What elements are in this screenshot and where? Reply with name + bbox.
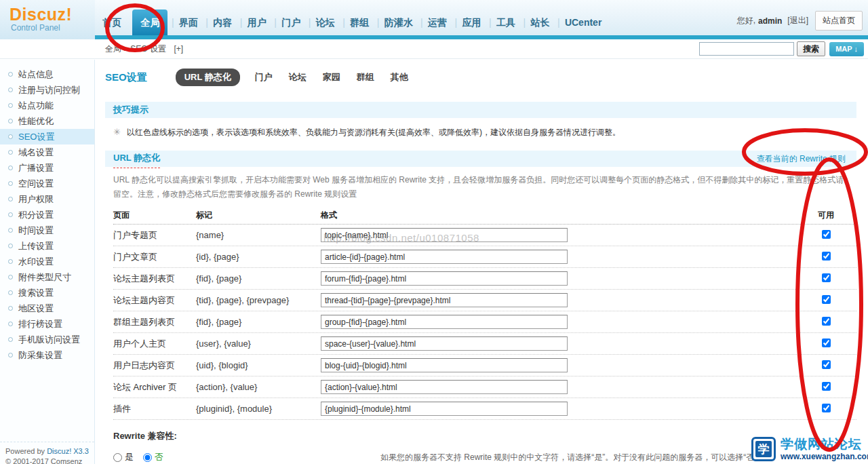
section-title[interactable]: URL 静态化 [113,150,160,168]
breadcrumb: 全局 » SEO 设置 [+] [105,39,183,58]
nav-item-forum[interactable]: 论坛 [310,9,341,35]
compat-no-label[interactable]: 否 [155,451,163,463]
app-logo[interactable]: Discuz! Control Panel [0,0,95,39]
format-input[interactable] [321,228,568,242]
compat-no-radio[interactable] [143,453,152,462]
sidebar-item-district[interactable]: 地区设置 [0,301,94,316]
format-input[interactable] [321,380,568,394]
breadcrumb-path[interactable]: 全局 » SEO 设置 [105,44,166,54]
col-header-tags: 标记 [196,210,321,221]
sidebar-menu: 站点信息 注册与访问控制 站点功能 性能优化 SEO设置 域名设置 广播设置 空… [0,60,94,363]
format-input[interactable] [321,336,568,351]
xue-logo-char: 学 [755,441,772,457]
badge-title: 学做网站论坛 [781,437,868,452]
nav-item-webmaster[interactable]: 站长 [524,9,555,35]
nav-item-tools[interactable]: 工具 [490,9,521,35]
tab-portal[interactable]: 门户 [255,71,273,83]
enabled-checkbox[interactable] [822,252,831,260]
sidebar-item-ranking[interactable]: 排行榜设置 [0,316,94,332]
copyright-line: © 2001-2017 Comsenz Inc. [5,457,94,464]
nav-item-content[interactable]: 内容 [207,9,238,35]
sidebar-item-time[interactable]: 时间设置 [0,223,94,238]
format-input[interactable] [321,293,568,307]
page-name: 门户专题页 [113,229,196,241]
sidebar-item-performance[interactable]: 性能优化 [0,113,94,129]
powered-by-text: Powered by [5,447,47,455]
search-area: 搜索 MAP ↓ [699,41,864,56]
sidebar-item-register-access[interactable]: 注册与访问控制 [0,82,94,98]
tags-value: {action}, {value} [196,382,321,392]
app-header: Discuz! Control Panel 首页 全局 界面 内容 用户 门户 … [0,0,868,39]
discuz-version-link[interactable]: Discuz! X3.3 [47,447,89,455]
sidebar-item-search[interactable]: 搜索设置 [0,285,94,301]
page-name: 门户文章页 [113,251,196,263]
site-badge: 学 学做网站论坛 www.xuewangzhan.com [751,437,868,462]
sidebar-item-user-permissions[interactable]: 用户权限 [0,191,94,207]
compat-yes-label[interactable]: 是 [125,451,134,463]
sidebar-item-attachment-types[interactable]: 附件类型尺寸 [0,269,94,285]
sidebar-item-watermark[interactable]: 水印设置 [0,254,94,269]
nav-item-home[interactable]: 首页 [96,9,127,35]
sidebar-item-space[interactable]: 空间设置 [0,176,94,191]
tab-other[interactable]: 其他 [391,71,408,83]
sidebar-item-credits[interactable]: 积分设置 [0,207,94,223]
format-input[interactable] [321,315,568,329]
nav-item-portal[interactable]: 门户 [275,9,307,35]
enabled-checkbox[interactable] [822,382,831,391]
nav-item-group[interactable]: 群组 [344,9,375,35]
tab-group[interactable]: 群组 [357,71,374,83]
table-row: 用户个人主页 {user}, {value} [113,333,856,355]
url-rewrite-section-header: URL 静态化 查看当前的 Rewrite 规则 [105,151,856,167]
enabled-checkbox[interactable] [822,273,831,282]
sidebar-item-seo[interactable]: SEO设置 [0,129,94,144]
table-row: 群组主题列表页 {fid}, {page} [113,311,856,333]
col-header-enabled: 可用 [795,210,856,221]
format-input[interactable] [321,402,568,416]
breadcrumb-add-link[interactable]: [+] [174,44,183,54]
sidebar-item-site-functions[interactable]: 站点功能 [0,98,94,113]
nav-item-interface[interactable]: 界面 [173,9,204,35]
nav-item-users[interactable]: 用户 [241,9,273,35]
map-button[interactable]: MAP ↓ [829,42,864,56]
sidebar-item-domain[interactable]: 域名设置 [0,144,94,160]
nav-item-antispam[interactable]: 防灌水 [378,9,419,35]
nav-item-ucenter[interactable]: UCenter [559,9,608,35]
sidebar-item-anti-collection[interactable]: 防采集设置 [0,347,94,363]
site-home-button[interactable]: 站点首页 [815,11,863,31]
format-input[interactable] [321,358,568,372]
search-input[interactable] [699,42,794,56]
tab-home[interactable]: 家园 [323,71,340,83]
tags-value: {fid}, {page} [196,317,321,327]
tags-value: {uid}, {blogid} [196,360,321,370]
page-title[interactable]: SEO设置 [105,71,147,84]
enabled-checkbox[interactable] [822,360,831,369]
tags-value: {user}, {value} [196,339,321,349]
view-rewrite-rules-link[interactable]: 查看当前的 Rewrite 规则 [757,151,846,167]
logout-link[interactable]: [退出] [787,15,808,26]
enabled-checkbox[interactable] [822,295,831,304]
sidebar-item-upload[interactable]: 上传设置 [0,238,94,254]
format-input[interactable] [321,250,568,264]
compat-help-text: 如果您的服务器不支持 Rewrite 规则中的中文字符，请选择“是”。对于没有此… [380,452,757,463]
col-header-format: 格式 [321,210,795,221]
page-title-row: SEO设置 URL 静态化 门户 论坛 家园 群组 其他 [105,68,868,87]
enabled-checkbox[interactable] [822,404,831,412]
search-button[interactable]: 搜索 [797,41,825,56]
sidebar-item-broadcast[interactable]: 广播设置 [0,160,94,176]
section-description: URL 静态化可以提高搜索引擎抓取，开启本功能需要对 Web 服务器增加相应的 … [113,173,851,201]
tab-forum[interactable]: 论坛 [289,71,307,83]
subheader: 全局 » SEO 设置 [+] 搜索 MAP ↓ [0,39,868,59]
tab-url-rewrite[interactable]: URL 静态化 [176,69,240,86]
enabled-checkbox[interactable] [822,339,831,347]
sidebar-item-mobile-access[interactable]: 手机版访问设置 [0,332,94,347]
sidebar-item-site-info[interactable]: 站点信息 [0,66,94,82]
compat-yes-radio[interactable] [113,453,122,462]
nav-item-operation[interactable]: 运营 [422,9,453,35]
nav-item-global[interactable]: 全局 [132,9,167,35]
nav-item-apps[interactable]: 应用 [456,9,488,35]
enabled-checkbox[interactable] [822,230,831,239]
tags-value: {tid}, {page}, {prevpage} [196,295,321,305]
enabled-checkbox[interactable] [822,317,831,326]
page-name: 群组主题列表页 [113,316,196,328]
format-input[interactable] [321,271,568,286]
